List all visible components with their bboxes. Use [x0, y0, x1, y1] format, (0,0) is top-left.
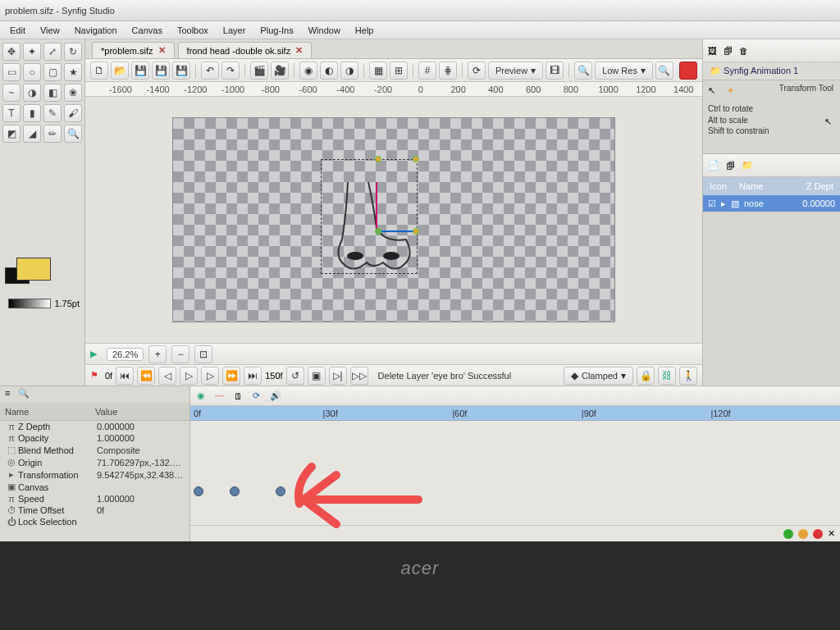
handle-rotate[interactable]: [413, 228, 419, 235]
menu-window[interactable]: Window: [302, 24, 347, 37]
fill-tool[interactable]: ▮: [23, 104, 41, 122]
spline-tool[interactable]: ~: [2, 84, 21, 102]
save-button[interactable]: 💾: [131, 62, 149, 80]
param-value[interactable]: Composite: [97, 445, 185, 455]
onion-past-button[interactable]: ◐: [320, 62, 338, 80]
play-button[interactable]: ▷: [180, 367, 198, 385]
fill-color[interactable]: [16, 258, 51, 281]
seek-back-button[interactable]: ◁: [158, 367, 176, 385]
curves-icon[interactable]: 〰: [215, 391, 224, 401]
delete-icon[interactable]: 🗑: [739, 46, 748, 56]
menu-toolbox[interactable]: Toolbox: [171, 24, 215, 37]
man-icon[interactable]: 🚶: [679, 367, 697, 385]
width-tool[interactable]: ◢: [23, 125, 41, 143]
param-row[interactable]: ⬚Blend MethodComposite: [0, 444, 189, 456]
close-icon[interactable]: ✕: [295, 45, 303, 56]
duplicate-layer-icon[interactable]: 🗐: [726, 161, 735, 171]
next-button[interactable]: ▷|: [329, 367, 347, 385]
zoom-fit-button[interactable]: 🔍: [574, 62, 592, 80]
show-guides-button[interactable]: #: [418, 62, 436, 80]
onion-future-button[interactable]: ◑: [340, 62, 358, 80]
menu-edit[interactable]: Edit: [3, 24, 32, 37]
star-tool[interactable]: ★: [64, 63, 82, 81]
timeline-track-area[interactable]: [190, 421, 840, 525]
lowres-dropdown[interactable]: Low Res ▾: [595, 62, 653, 80]
param-row[interactable]: ◎Origin71.706297px,-132.97137: [0, 456, 189, 468]
render-button[interactable]: 🎬: [250, 62, 268, 80]
keyframe-waypoint[interactable]: [276, 486, 285, 496]
param-row[interactable]: πSpeed1.000000: [0, 493, 189, 504]
handle-scale[interactable]: [375, 228, 381, 235]
params-tab-icon[interactable]: ≡: [5, 388, 10, 401]
group-layer-icon[interactable]: 📁: [742, 160, 753, 171]
text-tool[interactable]: T: [2, 104, 21, 122]
handle-origin[interactable]: [375, 156, 381, 162]
current-frame[interactable]: 0f: [105, 371, 112, 381]
bounds-button[interactable]: ▣: [308, 367, 326, 385]
smooth-move-tool[interactable]: ✦: [23, 43, 41, 61]
duration-field[interactable]: 150f: [265, 371, 282, 381]
snap-grid-button[interactable]: ⊞: [390, 62, 408, 80]
canvas-browser[interactable]: 📁 Synfig Animation 1: [703, 62, 840, 80]
transform-tool[interactable]: ✥: [2, 43, 21, 61]
keyframe-waypoint[interactable]: [230, 486, 240, 496]
animate-mode-button[interactable]: ⛓: [658, 367, 676, 385]
seek-begin-button[interactable]: ⏮: [116, 367, 134, 385]
param-row[interactable]: ▣Canvas: [0, 481, 189, 493]
preview-dropdown[interactable]: Preview ▾: [488, 62, 543, 80]
save-all-button[interactable]: 💾: [172, 62, 190, 80]
zoom-in-button[interactable]: +: [148, 345, 167, 363]
menu-canvas[interactable]: Canvas: [126, 24, 169, 37]
interpolation-dropdown[interactable]: ◆ Clamped ▾: [564, 367, 633, 385]
param-row[interactable]: ▸Transformation9.542745px,32.438163px: [0, 468, 189, 481]
brush-tool[interactable]: 🖌: [64, 104, 82, 122]
sketch-tool[interactable]: ✏: [43, 125, 62, 143]
mirror-tool[interactable]: ▭: [2, 63, 21, 81]
tab-frond-head[interactable]: frond head -double ok.sifz✕: [178, 42, 313, 58]
end-button[interactable]: ▷▷: [350, 367, 368, 385]
param-value[interactable]: 1.000000: [97, 433, 185, 443]
param-row[interactable]: πZ Depth0.000000: [0, 421, 189, 432]
sound-icon[interactable]: 🔊: [270, 390, 281, 401]
circle-tool[interactable]: ○: [23, 63, 41, 81]
keyframe-lock-button[interactable]: 🔒: [637, 367, 655, 385]
param-value[interactable]: 0f: [97, 505, 185, 515]
menu-help[interactable]: Help: [349, 24, 381, 37]
history-icon[interactable]: ⟳: [253, 390, 260, 401]
menu-navigation[interactable]: Navigation: [68, 24, 124, 37]
close-icon[interactable]: ✕: [158, 45, 166, 56]
show-grid-button[interactable]: ▦: [369, 62, 387, 80]
zoom-fit-page-button[interactable]: ⊡: [194, 345, 212, 363]
rotate-tool[interactable]: ↻: [64, 43, 82, 61]
params-search-icon[interactable]: 🔍: [18, 388, 30, 401]
param-value[interactable]: 0.000000: [97, 422, 185, 431]
close-panel-icon[interactable]: ✕: [828, 528, 835, 539]
layer-row-nose[interactable]: ☑ ▸ ▧ nose 0.00000: [703, 195, 840, 212]
menu-plugins[interactable]: Plug-Ins: [253, 24, 299, 37]
timetrack-icon[interactable]: ◉: [197, 390, 205, 401]
render-settings-button[interactable]: 🎞: [546, 62, 564, 80]
param-row[interactable]: ⏱Time Offset0f: [0, 504, 189, 516]
param-value[interactable]: 1.000000: [97, 494, 185, 504]
open-file-button[interactable]: 📂: [111, 62, 129, 80]
menu-layer[interactable]: Layer: [217, 24, 253, 37]
menu-view[interactable]: View: [34, 24, 66, 37]
param-row[interactable]: ⏻Lock Selection: [0, 516, 189, 527]
seek-end-button[interactable]: ⏭: [244, 367, 262, 385]
record-button[interactable]: [679, 62, 697, 80]
new-file-button[interactable]: 🗋: [90, 62, 108, 80]
visibility-checkbox[interactable]: ☑: [708, 199, 716, 209]
duplicate-icon[interactable]: 🗐: [724, 46, 733, 56]
expand-icon[interactable]: ▸: [721, 199, 726, 209]
canvas[interactable]: [172, 117, 615, 322]
eyedrop-tool[interactable]: ✎: [43, 104, 62, 122]
zoom-level[interactable]: 26.2%: [107, 348, 144, 361]
scale-tool[interactable]: ⤢: [43, 43, 62, 61]
refresh-button[interactable]: ⟳: [468, 62, 486, 80]
cutout-tool[interactable]: ◩: [2, 125, 21, 143]
handle-corner[interactable]: [413, 156, 419, 162]
param-row[interactable]: πOpacity1.000000: [0, 432, 189, 444]
loop-button[interactable]: ↺: [286, 367, 304, 385]
tab-problem[interactable]: *problem.sifz✕: [92, 42, 175, 58]
new-layer-icon[interactable]: 📄: [708, 160, 719, 171]
